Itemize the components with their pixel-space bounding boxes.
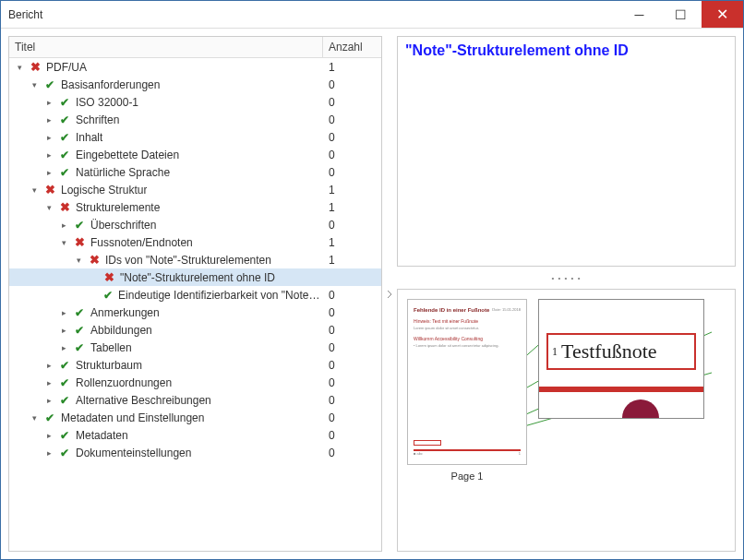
check-icon: ✔: [57, 393, 72, 408]
maximize-button[interactable]: ☐: [660, 1, 702, 28]
tree-item-label: Abbildungen: [90, 324, 152, 337]
expand-icon[interactable]: ▸: [44, 377, 54, 387]
page-thumbnail[interactable]: Date: 15.01.2018 Fehlende ID in einer Fu…: [407, 299, 527, 482]
tree-row[interactable]: ▸✔Überschriften0: [9, 216, 381, 233]
error-icon: ✖: [57, 200, 72, 215]
tree-item-label: Dokumenteinstellungen: [76, 447, 191, 459]
tree-row[interactable]: ▾✖Strukturelemente1: [9, 198, 381, 216]
tree-row[interactable]: ▸✔Dokumenteinstellungen0: [9, 444, 381, 461]
vertical-splitter[interactable]: [386, 36, 393, 552]
page-label: Page 1: [451, 471, 484, 482]
error-icon: ✖: [42, 183, 57, 197]
expand-icon[interactable]: ▸: [44, 97, 54, 107]
tree-item-count: 0: [323, 324, 378, 337]
check-icon: ✔: [57, 428, 72, 443]
tree-row[interactable]: ▸✔Tabellen0: [9, 339, 381, 356]
tree-item-label: ISO 32000-1: [76, 96, 138, 109]
check-icon: ✔: [57, 148, 72, 162]
tree-item-label: Strukturelemente: [76, 201, 160, 214]
tree-item-count: 0: [323, 131, 378, 144]
tree-item-count: 0: [323, 429, 378, 442]
toggle-spacer: [89, 290, 98, 300]
expand-icon[interactable]: ▸: [59, 342, 69, 352]
window-controls: ─ ☐ ✕: [618, 1, 743, 28]
report-window: Bericht ─ ☐ ✕ Titel Anzahl ▾✖PDF/UA1▾✔Ba…: [0, 0, 744, 560]
tree-item-label: Natürliche Sprache: [76, 166, 170, 179]
expand-icon[interactable]: ▸: [59, 220, 69, 230]
expand-icon[interactable]: ▸: [44, 360, 54, 370]
horizontal-splitter[interactable]: • • • • •: [397, 274, 736, 281]
tree-row[interactable]: ▸✔Abbildungen0: [9, 321, 381, 339]
tree-item-label: PDF/UA: [46, 61, 87, 74]
tree-item-label: Fussnoten/Endnoten: [90, 236, 193, 249]
tree-row[interactable]: ▾✔Metadaten und Einstellungen0: [9, 409, 381, 426]
tree-item-count: 0: [323, 394, 378, 407]
tree-row[interactable]: ▸✔Strukturbaum0: [9, 356, 381, 374]
detail-heading: "Note"-Strukturelement ohne ID: [405, 42, 727, 59]
tree-row[interactable]: ▾✖IDs von "Note"-Strukturelementen1: [9, 251, 381, 268]
expand-icon[interactable]: ▸: [44, 114, 54, 125]
tree-panel: Titel Anzahl ▾✖PDF/UA1▾✔Basisanforderung…: [8, 36, 382, 552]
check-icon: ✔: [57, 446, 72, 460]
tree-item-count: 1: [323, 61, 378, 74]
window-title: Bericht: [8, 8, 618, 21]
collapse-icon[interactable]: ▾: [15, 62, 25, 72]
error-icon: ✖: [87, 253, 102, 268]
tree-row[interactable]: ▾✖Fussnoten/Endnoten1: [9, 233, 381, 251]
check-icon: ✔: [72, 340, 87, 355]
column-count[interactable]: Anzahl: [323, 37, 381, 57]
tree-item-label: Anmerkungen: [90, 306, 160, 319]
tree-row[interactable]: ▸✔Anmerkungen0: [9, 304, 381, 321]
collapse-icon[interactable]: ▾: [30, 185, 40, 195]
zoom-detail[interactable]: 1 Testfußnote: [538, 299, 704, 419]
tree-row[interactable]: ▾✖Logische Struktur1: [9, 181, 381, 198]
expand-icon[interactable]: ▸: [44, 132, 54, 142]
collapse-icon[interactable]: ▾: [30, 412, 40, 423]
check-icon: ✔: [57, 358, 72, 373]
tree-row[interactable]: ▾✔Basisanforderungen0: [9, 76, 381, 93]
tree-item-count: 0: [323, 96, 378, 109]
expand-icon[interactable]: ▸: [44, 167, 54, 177]
collapse-icon[interactable]: ▾: [30, 79, 40, 89]
tree-row[interactable]: ▸✔Alternative Beschreibungen0: [9, 391, 381, 409]
toggle-spacer: [89, 272, 99, 282]
tree-row[interactable]: ▸✔ISO 32000-10: [9, 93, 381, 111]
tree-row[interactable]: ▸✔Eingebettete Dateien0: [9, 146, 381, 163]
collapse-icon[interactable]: ▾: [44, 202, 54, 212]
check-icon: ✔: [57, 95, 72, 110]
tree-row[interactable]: ▸✔Schriften0: [9, 111, 381, 128]
tree-item-count: 0: [323, 219, 378, 232]
tree-item-label: Überschriften: [90, 219, 156, 232]
expand-icon[interactable]: ▸: [59, 325, 69, 335]
tree-row[interactable]: ▾✖PDF/UA1: [9, 58, 381, 76]
tree-item-count: 0: [323, 289, 378, 302]
error-icon: ✖: [72, 235, 87, 250]
collapse-icon[interactable]: ▾: [59, 237, 69, 247]
tree-body[interactable]: ▾✖PDF/UA1▾✔Basisanforderungen0▸✔ISO 3200…: [9, 58, 381, 551]
tree-item-count: 0: [323, 411, 378, 424]
column-title[interactable]: Titel: [9, 37, 323, 57]
collapse-icon[interactable]: ▾: [74, 255, 84, 265]
tree-row[interactable]: ✔Eindeutige Identifizierbarkeit von "Not…: [9, 286, 381, 304]
expand-icon[interactable]: ▸: [44, 447, 54, 458]
tree-item-label: Eingebettete Dateien: [76, 149, 179, 161]
tree-row[interactable]: ▸✔Natürliche Sprache0: [9, 163, 381, 181]
tree-item-label: Eindeutige Identifizierbarkeit von "Note…: [118, 289, 323, 302]
tree-row[interactable]: ▸✔Rollenzuordnungen0: [9, 374, 381, 391]
check-icon: ✔: [57, 130, 72, 145]
tree-item-label: Rollenzuordnungen: [76, 376, 172, 389]
expand-icon[interactable]: ▸: [44, 430, 54, 440]
tree-item-count: 0: [323, 447, 378, 459]
minimize-button[interactable]: ─: [618, 1, 660, 28]
tree-item-label: Logische Struktur: [61, 184, 147, 197]
expand-icon[interactable]: ▸: [44, 395, 54, 405]
error-icon: ✖: [28, 60, 42, 75]
expand-icon[interactable]: ▸: [59, 307, 69, 317]
error-icon: ✖: [102, 270, 116, 285]
expand-icon[interactable]: ▸: [44, 149, 54, 160]
tree-row[interactable]: ▸✔Inhalt0: [9, 128, 381, 146]
check-icon: ✔: [42, 411, 57, 425]
close-button[interactable]: ✕: [702, 1, 743, 28]
tree-row[interactable]: ▸✔Metadaten0: [9, 426, 381, 444]
tree-row[interactable]: ✖"Note"-Strukturelement ohne ID: [9, 268, 381, 286]
